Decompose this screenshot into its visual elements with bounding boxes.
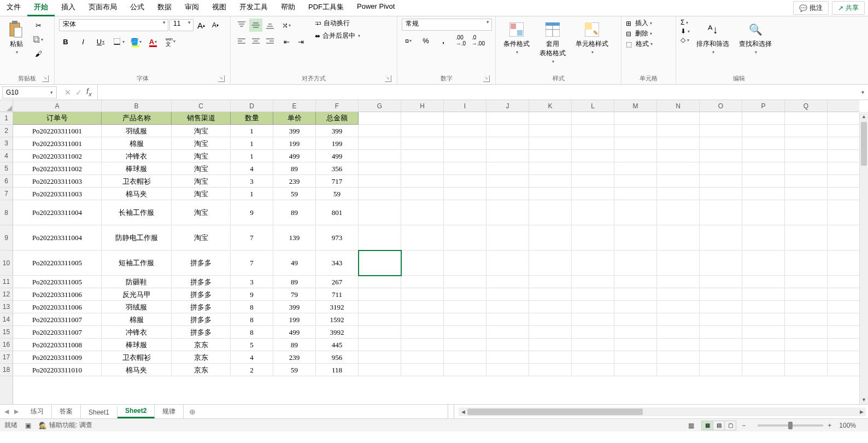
cell[interactable]: 拼多多 xyxy=(172,288,231,301)
cell[interactable] xyxy=(657,276,700,288)
cell[interactable]: Po202203311001 xyxy=(13,137,102,150)
cell[interactable]: 短袖工作服 xyxy=(102,250,172,276)
cell[interactable]: 1 xyxy=(231,188,273,200)
cell[interactable]: 单价 xyxy=(273,112,316,125)
cell[interactable] xyxy=(529,313,572,326)
cell[interactable] xyxy=(486,137,529,150)
menu-tab-Power Pivot[interactable]: Power Pivot xyxy=(350,0,401,16)
accounting-format-button[interactable]: ¤▾ xyxy=(402,34,415,47)
cell[interactable]: 反光马甲 xyxy=(102,288,172,301)
cell[interactable]: Po202203311005 xyxy=(13,276,102,288)
cell[interactable] xyxy=(486,150,529,162)
page-break-view-button[interactable]: ▢ xyxy=(724,421,736,430)
cell[interactable] xyxy=(529,112,572,125)
cell[interactable] xyxy=(700,150,742,162)
row-header-13[interactable]: 13 xyxy=(0,301,13,313)
cell[interactable] xyxy=(614,200,657,225)
cell[interactable] xyxy=(785,301,828,313)
cell[interactable] xyxy=(657,250,700,276)
col-header-H[interactable]: H xyxy=(401,100,444,112)
sort-filter-button[interactable]: ᴬ↓ 排序和筛选▾ xyxy=(693,19,732,57)
cell[interactable] xyxy=(657,288,700,301)
col-header-K[interactable]: K xyxy=(529,100,572,112)
menu-tab-帮助[interactable]: 帮助 xyxy=(274,0,302,16)
col-header-G[interactable]: G xyxy=(359,100,401,112)
cell[interactable] xyxy=(444,326,486,339)
cells-area[interactable]: 订单号产品名称销售渠道数量单价总金额Po202203311001羽绒服淘宝139… xyxy=(13,112,859,404)
cell[interactable] xyxy=(359,288,401,301)
cell[interactable]: Po202203311001 xyxy=(13,125,102,137)
cell[interactable] xyxy=(359,162,401,175)
cell[interactable]: 淘宝 xyxy=(172,137,231,150)
cell[interactable] xyxy=(529,175,572,188)
row-header-10[interactable]: 10 xyxy=(0,250,13,276)
cell[interactable] xyxy=(359,351,401,364)
row-header-5[interactable]: 5 xyxy=(0,162,13,175)
zoom-out-button[interactable]: − xyxy=(742,422,746,429)
cell[interactable] xyxy=(444,339,486,351)
cell[interactable] xyxy=(614,137,657,150)
cell[interactable]: 拼多多 xyxy=(172,250,231,276)
cell[interactable]: 199 xyxy=(273,313,316,326)
cell[interactable] xyxy=(700,137,742,150)
scroll-down-icon[interactable]: ▼ xyxy=(860,395,868,404)
cell[interactable] xyxy=(785,351,828,364)
cell[interactable]: 59 xyxy=(273,364,316,376)
cell[interactable] xyxy=(785,175,828,188)
cell[interactable] xyxy=(444,276,486,288)
cell[interactable] xyxy=(401,225,444,250)
cell[interactable] xyxy=(785,276,828,288)
cell[interactable] xyxy=(742,326,785,339)
col-header-M[interactable]: M xyxy=(614,100,657,112)
cell[interactable] xyxy=(614,288,657,301)
cell[interactable] xyxy=(486,250,529,276)
number-format-select[interactable]: 常规 xyxy=(402,19,492,31)
cell[interactable] xyxy=(401,288,444,301)
cell[interactable]: Po202203311008 xyxy=(13,339,102,351)
cell[interactable] xyxy=(401,301,444,313)
cell[interactable]: 956 xyxy=(316,351,359,364)
cell[interactable] xyxy=(785,112,828,125)
cell[interactable] xyxy=(742,200,785,225)
sheet-tab-练习[interactable]: 练习 xyxy=(23,405,52,418)
align-left-button[interactable] xyxy=(235,35,248,48)
cell[interactable]: 199 xyxy=(316,137,359,150)
cell[interactable] xyxy=(742,301,785,313)
cell[interactable] xyxy=(444,200,486,225)
cell[interactable]: 356 xyxy=(316,162,359,175)
cell[interactable]: 淘宝 xyxy=(172,175,231,188)
cell[interactable] xyxy=(785,125,828,137)
cell[interactable]: 棉马夹 xyxy=(102,188,172,200)
cell[interactable]: 羽绒服 xyxy=(102,301,172,313)
row-header-15[interactable]: 15 xyxy=(0,326,13,339)
cell[interactable] xyxy=(742,112,785,125)
cell[interactable]: 拼多多 xyxy=(172,301,231,313)
accessibility-button[interactable]: 🕵 辅助功能: 调查 xyxy=(39,421,92,430)
cell[interactable] xyxy=(359,112,401,125)
cell[interactable]: 3992 xyxy=(316,326,359,339)
cell[interactable] xyxy=(529,150,572,162)
row-header-7[interactable]: 7 xyxy=(0,188,13,200)
cell[interactable] xyxy=(359,188,401,200)
cell[interactable]: Po202203311004 xyxy=(13,200,102,225)
cell[interactable] xyxy=(359,339,401,351)
cell[interactable]: 棒球服 xyxy=(102,162,172,175)
cell[interactable]: 399 xyxy=(316,125,359,137)
cell[interactable]: 2 xyxy=(231,364,273,376)
cell[interactable]: Po202203311003 xyxy=(13,175,102,188)
cell[interactable] xyxy=(529,188,572,200)
cell[interactable] xyxy=(700,288,742,301)
cell[interactable] xyxy=(529,125,572,137)
menu-tab-PDF工具集[interactable]: PDF工具集 xyxy=(302,0,350,16)
cell[interactable]: 订单号 xyxy=(13,112,102,125)
cell[interactable] xyxy=(742,175,785,188)
cell[interactable] xyxy=(700,313,742,326)
cell[interactable] xyxy=(401,351,444,364)
zoom-slider[interactable] xyxy=(758,424,823,427)
cell[interactable] xyxy=(529,276,572,288)
sheet-tab-答案[interactable]: 答案 xyxy=(52,405,81,418)
decrease-indent-button[interactable]: ⇤ xyxy=(280,35,293,48)
cell[interactable] xyxy=(742,162,785,175)
cell[interactable] xyxy=(529,364,572,376)
col-header-L[interactable]: L xyxy=(572,100,614,112)
